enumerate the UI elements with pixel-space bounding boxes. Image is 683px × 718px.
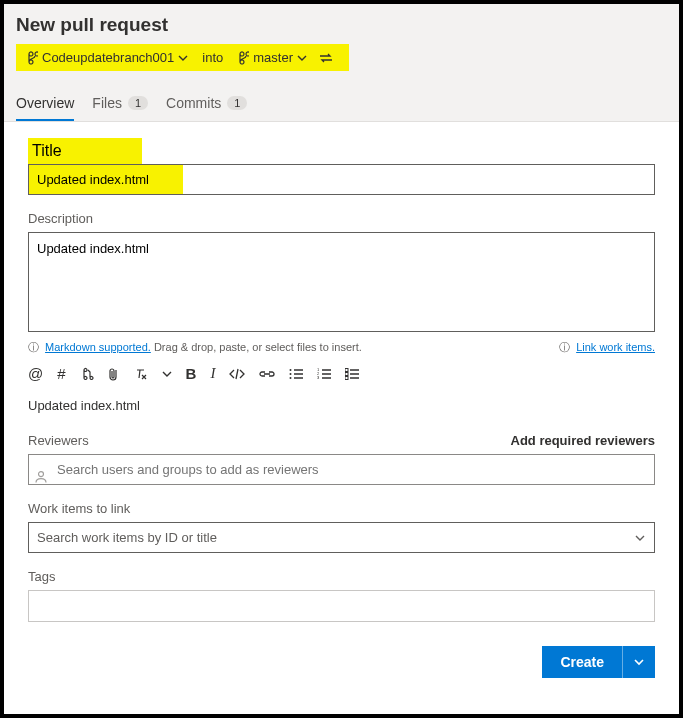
tags-label: Tags xyxy=(28,569,655,584)
swap-branches-button[interactable] xyxy=(313,52,339,64)
files-count-badge: 1 xyxy=(128,96,148,110)
link-work-items-link[interactable]: Link work items. xyxy=(576,341,655,353)
reviewers-label: Reviewers xyxy=(28,433,89,448)
create-dropdown-button[interactable] xyxy=(622,646,655,678)
checklist-button[interactable] xyxy=(345,365,359,382)
workitems-placeholder: Search work items by ID or title xyxy=(37,530,217,545)
svg-rect-6 xyxy=(345,368,348,371)
svg-text:3: 3 xyxy=(317,375,320,380)
chevron-down-icon xyxy=(178,53,188,63)
swap-icon xyxy=(319,52,333,64)
title-input[interactable] xyxy=(28,164,655,195)
person-icon xyxy=(34,469,48,483)
chevron-down-icon xyxy=(297,53,307,63)
mention-button[interactable]: @ xyxy=(28,365,43,382)
info-icon: ⓘ xyxy=(28,341,39,353)
tabs: Overview Files1 Commits1 xyxy=(16,87,667,121)
link-button[interactable] xyxy=(259,365,275,382)
bold-button[interactable]: B xyxy=(186,365,197,382)
into-label: into xyxy=(194,50,231,65)
target-branch-name: master xyxy=(253,50,293,65)
svg-point-2 xyxy=(290,377,292,379)
svg-rect-8 xyxy=(345,376,348,379)
pullrequest-button[interactable] xyxy=(80,365,94,382)
add-required-reviewers-button[interactable]: Add required reviewers xyxy=(511,433,656,448)
markdown-hint: Drag & drop, paste, or select files to i… xyxy=(154,341,362,353)
source-branch-selector[interactable]: Codeupdatebranch001 xyxy=(26,50,188,65)
tab-label: Commits xyxy=(166,95,221,111)
tab-overview[interactable]: Overview xyxy=(16,87,74,121)
chevron-down-icon xyxy=(634,532,646,544)
create-button[interactable]: Create xyxy=(542,646,622,678)
workitems-label: Work items to link xyxy=(28,501,655,516)
description-preview: Updated index.html xyxy=(28,398,655,413)
italic-button[interactable]: I xyxy=(210,365,215,382)
tab-label: Files xyxy=(92,95,122,111)
attach-button[interactable] xyxy=(108,365,120,382)
tab-label: Overview xyxy=(16,95,74,111)
tags-input[interactable] xyxy=(28,590,655,622)
branch-selector-bar: Codeupdatebranch001 into master xyxy=(16,44,349,71)
svg-point-9 xyxy=(39,471,44,476)
info-icon: ⓘ xyxy=(559,341,570,353)
page-title: New pull request xyxy=(16,14,667,36)
heading-button[interactable]: # xyxy=(57,365,65,382)
title-label: Title xyxy=(28,138,142,164)
chevron-down-icon[interactable] xyxy=(162,365,172,382)
commits-count-badge: 1 xyxy=(227,96,247,110)
svg-point-1 xyxy=(290,373,292,375)
branch-icon xyxy=(26,51,38,65)
target-branch-selector[interactable]: master xyxy=(237,50,307,65)
bulletlist-button[interactable] xyxy=(289,365,303,382)
numberlist-button[interactable]: 123 xyxy=(317,365,331,382)
code-button[interactable] xyxy=(229,365,245,382)
svg-point-0 xyxy=(290,369,292,371)
workitems-select[interactable]: Search work items by ID or title xyxy=(28,522,655,553)
tab-files[interactable]: Files1 xyxy=(92,87,148,121)
svg-rect-7 xyxy=(345,372,348,375)
chevron-down-icon xyxy=(633,656,645,668)
clear-format-button[interactable] xyxy=(134,365,148,382)
reviewers-search-input[interactable] xyxy=(28,454,655,485)
description-label: Description xyxy=(28,211,655,226)
branch-icon xyxy=(237,51,249,65)
description-textarea[interactable] xyxy=(28,232,655,332)
source-branch-name: Codeupdatebranch001 xyxy=(42,50,174,65)
markdown-supported-link[interactable]: Markdown supported. xyxy=(45,341,151,353)
editor-toolbar: @ # B I 123 xyxy=(28,361,655,398)
tab-commits[interactable]: Commits1 xyxy=(166,87,247,121)
